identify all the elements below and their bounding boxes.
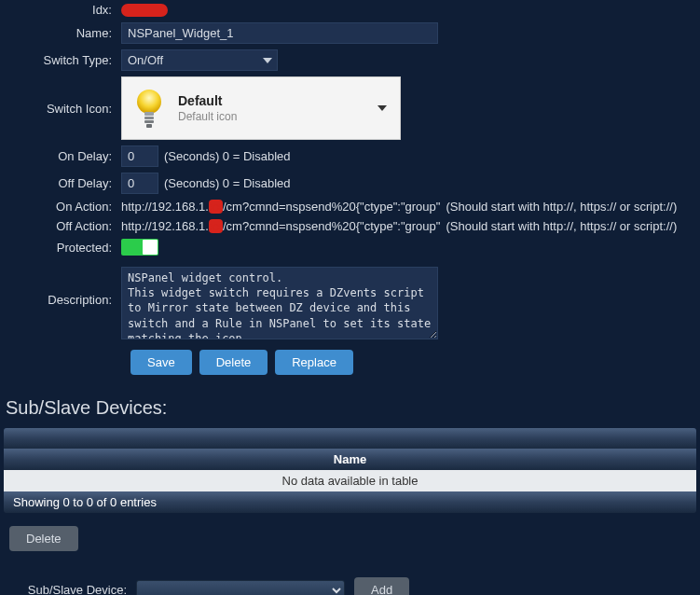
name-input[interactable] <box>121 22 438 44</box>
chevron-down-icon <box>377 105 387 111</box>
off-delay-hint: (Seconds) 0 = Disabled <box>164 176 291 190</box>
off-action-hint: (Should start with http://, https:// or … <box>446 219 677 233</box>
table-info: Showing 0 to 0 of 0 entries <box>4 491 696 513</box>
svg-point-0 <box>137 90 161 114</box>
idx-value-redacted <box>121 4 168 17</box>
replace-button[interactable]: Replace <box>275 350 353 375</box>
sub-device-select[interactable] <box>136 580 345 596</box>
redacted-ip: xx <box>209 219 223 233</box>
sub-delete-button[interactable]: Delete <box>9 526 78 551</box>
on-action-input[interactable]: http://192.168.1.xx/cm?cmnd=nspsend%20{"… <box>121 200 440 214</box>
svg-rect-2 <box>144 117 154 119</box>
add-button[interactable]: Add <box>354 577 409 595</box>
protected-label: Protected: <box>0 241 121 255</box>
sub-devices-table: Name No data available in table <box>4 449 696 491</box>
on-delay-hint: (Seconds) 0 = Disabled <box>164 149 291 163</box>
lightbulb-icon <box>133 88 165 129</box>
save-button[interactable]: Save <box>130 350 192 375</box>
on-action-hint: (Should start with http://, https:// or … <box>446 200 677 214</box>
on-delay-label: On Delay: <box>0 149 121 163</box>
switch-icon-title: Default <box>178 93 389 108</box>
sub-devices-heading: Sub/Slave Devices: <box>6 397 700 419</box>
svg-rect-1 <box>144 112 154 116</box>
delete-button[interactable]: Delete <box>199 350 268 375</box>
on-action-label: On Action: <box>0 200 121 214</box>
svg-rect-4 <box>146 124 152 128</box>
table-row: No data available in table <box>4 470 696 491</box>
switch-type-select[interactable]: On/Off <box>121 49 278 71</box>
switch-icon-label: Switch Icon: <box>0 102 121 116</box>
sub-device-add-label: Sub/Slave Device: <box>15 583 127 595</box>
switch-type-label: Switch Type: <box>0 53 121 67</box>
table-top-bar <box>4 428 696 449</box>
description-label: Description: <box>0 267 121 307</box>
on-delay-input[interactable] <box>121 145 158 167</box>
off-delay-input[interactable] <box>121 173 158 194</box>
switch-icon-sub: Default icon <box>178 110 389 123</box>
no-data-cell: No data available in table <box>4 470 696 491</box>
off-action-label: Off Action: <box>0 219 121 233</box>
off-delay-label: Off Delay: <box>0 176 121 190</box>
redacted-ip: xx <box>209 200 223 214</box>
protected-toggle[interactable] <box>121 239 158 256</box>
switch-icon-picker[interactable]: Default Default icon <box>121 76 401 140</box>
col-name[interactable]: Name <box>4 449 696 470</box>
off-action-input[interactable]: http://192.168.1.xx/cm?cmnd=nspsend%20{"… <box>121 219 440 233</box>
svg-rect-3 <box>144 120 154 123</box>
idx-label: Idx: <box>0 3 121 17</box>
name-label: Name: <box>0 26 121 40</box>
description-textarea[interactable] <box>121 267 438 339</box>
